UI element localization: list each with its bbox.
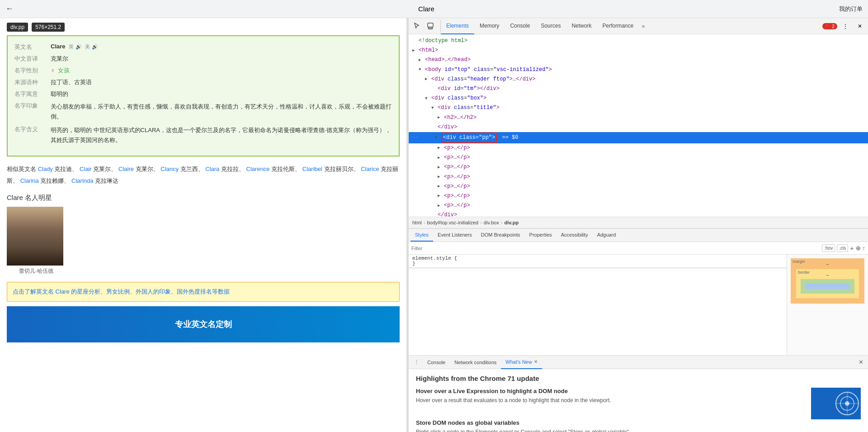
filter-plus-button[interactable]: + bbox=[850, 245, 854, 252]
dom-line-p7[interactable]: ▶ <p>…</p> bbox=[409, 201, 868, 210]
dom-line-h2[interactable]: ▶ <h2>…</h2> bbox=[409, 113, 868, 123]
styles-tab-styles[interactable]: Styles bbox=[410, 229, 433, 242]
box-model-container: margin – border – bbox=[787, 255, 868, 355]
dom-text-pp-close: </div> bbox=[438, 211, 457, 217]
adjust-icon[interactable]: ⊕ bbox=[856, 245, 861, 252]
dom-line-header-div[interactable]: ▶ <div class="header ftop">…</div> bbox=[409, 75, 868, 84]
devtools-left: <!doctype html> ▶ <html> ▶ <head>…</head… bbox=[409, 34, 868, 355]
styles-tab-dom-breakpoints[interactable]: DOM Breakpoints bbox=[476, 229, 525, 242]
close-devtools[interactable]: ✕ bbox=[854, 20, 866, 33]
triangle-p2: ▶ bbox=[438, 155, 444, 161]
phonetic-us: 美 bbox=[85, 44, 90, 49]
phonetic-en: 英 bbox=[69, 44, 74, 49]
breadcrumb-divpp[interactable]: div.pp bbox=[505, 220, 519, 225]
breadcrumb-body[interactable]: body#top.vsc-initialized bbox=[427, 220, 478, 225]
dom-line-tm[interactable]: <div id="tm"></div> bbox=[409, 84, 868, 94]
dom-line-p3[interactable]: ▶ <p>…</p> bbox=[409, 162, 868, 172]
filter-input[interactable] bbox=[411, 246, 820, 251]
dom-line-pp-close[interactable]: </div> bbox=[409, 210, 868, 217]
styles-tab-adguard[interactable]: Adguard bbox=[593, 229, 621, 242]
similar-link-claribel[interactable]: Claribel bbox=[302, 166, 322, 172]
yellow-banner[interactable]: 点击了解英文名 Clare 的星座分析、男女比例、外国人的印象、国外热度排名等数… bbox=[7, 282, 400, 302]
drawer-close-icon[interactable]: ✕ bbox=[534, 359, 538, 364]
bottom-drawer: ⋮ Console Network conditions What's New … bbox=[409, 355, 868, 432]
dom-line-box[interactable]: ▼ <div class="box"> bbox=[409, 94, 868, 103]
inspect-icon[interactable] bbox=[410, 20, 423, 33]
dom-text-p2: <p>…</p> bbox=[444, 153, 470, 162]
celebrity-section-title: Clare 名人明星 bbox=[7, 194, 400, 202]
similar-link-clady[interactable]: Clady bbox=[38, 166, 53, 172]
back-button[interactable]: ← bbox=[5, 4, 14, 14]
tab-performance[interactable]: Performance bbox=[597, 18, 639, 34]
breadcrumb-html[interactable]: html bbox=[412, 220, 422, 225]
styles-tab-event-listeners[interactable]: Event Listeners bbox=[433, 229, 476, 242]
gender-text: 女孩 bbox=[58, 67, 70, 74]
similar-link-claire[interactable]: Claire bbox=[118, 166, 134, 172]
similar-link-clarice[interactable]: Clarice bbox=[361, 166, 379, 172]
drawer-tab-whatsnew[interactable]: What's New ✕ bbox=[501, 356, 542, 369]
similar-link-clarence[interactable]: Clarence bbox=[246, 166, 270, 172]
dom-line-title-close[interactable]: </div> bbox=[409, 123, 868, 132]
dom-text-pp: <div class="pp"> == $0 bbox=[441, 133, 518, 143]
name-info-card: 英文名 Clare 英 🔊 美 🔊 中文音译 克莱尔 名字性别 bbox=[7, 35, 400, 157]
dom-text-h2: <h2>…</h2> bbox=[444, 114, 476, 122]
settings-icon[interactable]: ⋮ bbox=[839, 20, 852, 33]
drawer-dots-icon[interactable]: ⋮ bbox=[410, 356, 423, 369]
dom-line-html[interactable]: ▶ <html> bbox=[409, 46, 868, 55]
dom-line-doctype[interactable]: <!doctype html> bbox=[409, 36, 868, 46]
element-tooltip: div.pp 576×251.2 bbox=[7, 23, 400, 32]
device-icon[interactable] bbox=[424, 20, 437, 33]
label-origin: 来源语种 bbox=[14, 78, 51, 86]
dom-line-head[interactable]: ▶ <head>…</head> bbox=[409, 55, 868, 65]
speaker-icon-en[interactable]: 🔊 bbox=[75, 44, 82, 49]
dom-text-box: <div class="box"> bbox=[431, 94, 486, 103]
styles-tab-accessibility[interactable]: Accessibility bbox=[557, 229, 593, 242]
dom-line-p6[interactable]: ▶ <p>…</p> bbox=[409, 191, 868, 201]
speaker-icon-us[interactable]: 🔊 bbox=[92, 44, 98, 49]
bm-border: border – bbox=[796, 269, 859, 298]
drawer-close-button[interactable]: ✕ bbox=[856, 359, 866, 366]
dom-line-body[interactable]: ▼ <body id="top" class="vsc-initialized"… bbox=[409, 65, 868, 75]
dom-line-pp-selected[interactable]: ··· ▼ <div class="pp"> == $0 bbox=[409, 132, 868, 143]
similar-link-clair[interactable]: Clair bbox=[80, 166, 92, 172]
promo-text: 专业英文名定制 bbox=[175, 319, 232, 330]
drawer-tab-network-conditions[interactable]: Network conditions bbox=[450, 356, 501, 369]
scroll-to-top-icon[interactable]: ↑ bbox=[863, 245, 866, 252]
yellow-banner-link[interactable]: 点击了解英文名 Clare 的星座分析、男女比例、外国人的印象、国外热度排名等数… bbox=[13, 288, 230, 295]
bottom-panel: Styles Event Listeners DOM Breakpoints P… bbox=[409, 228, 868, 355]
breadcrumb-divbox[interactable]: div.box bbox=[484, 220, 499, 225]
dom-line-p1[interactable]: ▶ <p>…</p> bbox=[409, 143, 868, 153]
dom-line-p4[interactable]: ▶ <p>…</p> bbox=[409, 172, 868, 182]
info-row-origin: 来源语种 拉丁语、古英语 bbox=[14, 78, 392, 86]
breadcrumb-sep1: › bbox=[424, 220, 425, 225]
tab-network[interactable]: Network bbox=[566, 18, 597, 34]
filter-hov-button[interactable]: :hov bbox=[822, 244, 835, 252]
dom-line-title-div[interactable]: ▼ <div class="title"> bbox=[409, 103, 868, 113]
whatsnew-preview-1 bbox=[811, 388, 861, 419]
drawer-tab-console[interactable]: Console bbox=[423, 356, 450, 369]
styles-tab-properties[interactable]: Properties bbox=[525, 229, 557, 242]
tab-console[interactable]: Console bbox=[505, 18, 535, 34]
tab-sources[interactable]: Sources bbox=[535, 18, 566, 34]
similar-prefix: 相似英文名 bbox=[7, 166, 36, 172]
triangle-p3: ▶ bbox=[438, 164, 444, 171]
triangle-p1: ▶ bbox=[438, 145, 444, 151]
similar-link-clara[interactable]: Clara bbox=[205, 166, 219, 172]
similar-link-clancy[interactable]: Clancy bbox=[160, 166, 179, 172]
label-content: 名字含义 bbox=[14, 125, 51, 145]
similar-link-clarinda[interactable]: Clarinda bbox=[71, 177, 93, 184]
value-zh-pron: 克莱尔 bbox=[51, 55, 68, 63]
tab-memory[interactable]: Memory bbox=[474, 18, 505, 34]
orders-link[interactable]: 我的订单 bbox=[839, 5, 863, 13]
tab-more-button[interactable]: » bbox=[639, 20, 647, 32]
tab-elements[interactable]: Elements bbox=[441, 18, 474, 34]
similar-link-clarina[interactable]: Clarina bbox=[20, 177, 39, 184]
bm-margin-label: margin bbox=[793, 259, 805, 264]
triangle-box: ▼ bbox=[425, 95, 431, 102]
value-meaning: 聪明的 bbox=[51, 90, 68, 98]
filter-cls-button[interactable]: .cls bbox=[837, 244, 848, 252]
dom-tree[interactable]: <!doctype html> ▶ <html> ▶ <head>…</head… bbox=[409, 34, 868, 217]
dom-line-p2[interactable]: ▶ <p>…</p> bbox=[409, 153, 868, 162]
styles-scroll-bar[interactable] bbox=[409, 267, 787, 269]
dom-line-p5[interactable]: ▶ <p>…</p> bbox=[409, 182, 868, 191]
